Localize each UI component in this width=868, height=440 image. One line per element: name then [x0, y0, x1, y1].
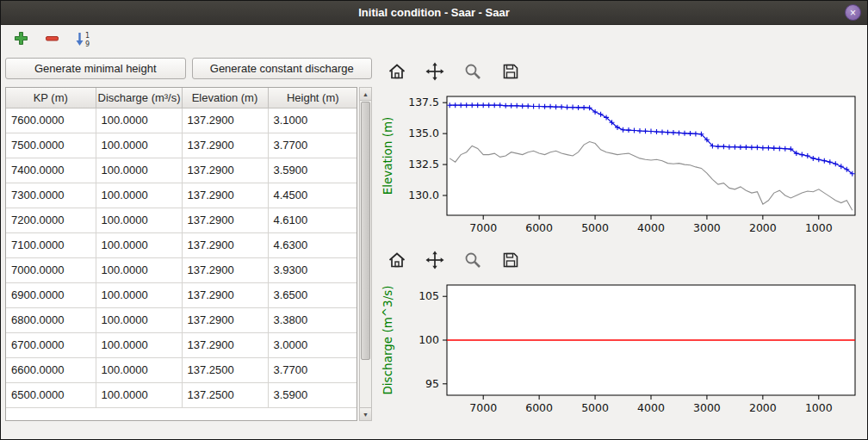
zoom-button[interactable] [462, 62, 483, 83]
remove-row-button[interactable] [40, 28, 63, 51]
zoom-button[interactable] [462, 251, 483, 271]
table-cell[interactable]: 137.2900 [182, 332, 268, 357]
table-cell[interactable]: 137.2500 [182, 382, 268, 407]
table-cell[interactable]: 6800.0000 [6, 307, 96, 332]
table-cell[interactable]: 100.0000 [96, 257, 182, 282]
pan-icon [425, 62, 444, 84]
table-cell[interactable]: 100.0000 [96, 158, 182, 183]
table-cell[interactable]: 3.3800 [268, 307, 357, 332]
table-cell[interactable]: 137.2900 [182, 208, 268, 232]
generate-constant-discharge-button[interactable]: Generate constant discharge [192, 58, 373, 79]
add-row-button[interactable] [9, 28, 32, 51]
table-cell[interactable]: 100.0000 [96, 282, 182, 307]
table-cell[interactable]: 100.0000 [96, 382, 182, 407]
table-cell[interactable]: 100.0000 [96, 357, 182, 382]
scroll-down-arrow-icon[interactable]: ▼ [360, 407, 371, 420]
table-cell[interactable]: 137.2900 [182, 282, 268, 307]
discharge-chart-toolbar [380, 248, 864, 274]
scrollbar-thumb[interactable] [361, 102, 370, 360]
table-cell[interactable]: 3.7700 [268, 133, 357, 158]
scroll-up-arrow-icon[interactable]: ▲ [360, 88, 371, 101]
column-header[interactable]: Discharge (m³/s) [96, 88, 182, 108]
table-cell[interactable]: 137.2900 [182, 108, 268, 133]
table-header-row: KP (m)Discharge (m³/s)Elevation (m)Heigh… [6, 88, 357, 108]
table-cell[interactable]: 3.5900 [268, 382, 357, 407]
titlebar[interactable]: Initial condition - Saar - Saar × [1, 1, 867, 25]
table-vertical-scrollbar[interactable]: ▲ ▼ [359, 87, 372, 421]
window-title: Initial condition - Saar - Saar [358, 6, 510, 19]
y-axis-label: Discharge (m^3/s) [381, 285, 394, 394]
table-cell[interactable]: 4.6300 [268, 232, 357, 257]
table-cell[interactable]: 137.2900 [182, 257, 268, 282]
table-cell[interactable]: 100.0000 [96, 183, 182, 208]
x-tick-label: 5000 [581, 401, 609, 414]
table-cell[interactable]: 6700.0000 [6, 332, 96, 357]
x-tick-label: 7000 [469, 221, 497, 234]
table-cell[interactable]: 137.2500 [182, 357, 268, 382]
x-tick-label: 4000 [637, 221, 665, 234]
magnifier-icon [463, 62, 482, 84]
table-cell[interactable]: 7500.0000 [6, 133, 96, 158]
column-header[interactable]: KP (m) [6, 88, 96, 108]
table-cell[interactable]: 100.0000 [96, 133, 182, 158]
save-button[interactable] [500, 251, 521, 271]
table-cell[interactable]: 3.5900 [268, 158, 357, 183]
y-tick-label: 135.0 [408, 127, 439, 139]
sort-rows-button[interactable]: 1 9 [71, 28, 94, 51]
table-cell[interactable]: 4.4500 [268, 183, 357, 208]
save-button[interactable] [500, 62, 521, 83]
table-cell[interactable]: 3.0000 [268, 332, 357, 357]
plot-area[interactable] [447, 96, 855, 215]
table-cell[interactable]: 7300.0000 [6, 183, 96, 208]
table-cell[interactable]: 7100.0000 [6, 232, 96, 257]
table-cell[interactable]: 137.2900 [182, 133, 268, 158]
table-cell[interactable]: 100.0000 [96, 307, 182, 332]
table-cell[interactable]: 4.6100 [268, 208, 357, 232]
table-cell[interactable]: 3.1000 [268, 108, 357, 133]
table-cell[interactable]: 3.7700 [268, 357, 357, 382]
table-cell[interactable]: 7400.0000 [6, 158, 96, 183]
table-cell[interactable]: 137.2900 [182, 183, 268, 208]
table-cell[interactable]: 137.2900 [182, 232, 268, 257]
home-button[interactable] [387, 62, 407, 83]
x-tick-label: 1000 [805, 401, 833, 414]
table-row: 6500.0000100.0000137.25003.5900 [6, 382, 357, 407]
discharge-chart-canvas[interactable]: 700060005000400030002000100095100105Disc… [380, 276, 864, 425]
main-toolbar: 1 9 [1, 25, 867, 54]
y-tick-label: 130.0 [408, 189, 439, 201]
table-cell[interactable]: 3.6500 [268, 282, 357, 307]
table-area: KP (m)Discharge (m³/s)Elevation (m)Heigh… [5, 87, 372, 421]
table-cell[interactable]: 100.0000 [96, 108, 182, 133]
generate-minimal-height-button[interactable]: Generate minimal height [5, 58, 186, 79]
x-tick-label: 2000 [749, 401, 777, 414]
table-cell[interactable]: 7000.0000 [6, 257, 96, 282]
x-tick-label: 7000 [469, 401, 497, 414]
elevation-chart-canvas[interactable]: 7000600050004000300020001000130.0132.513… [380, 88, 864, 245]
table-row: 7300.0000100.0000137.29004.4500 [6, 183, 357, 208]
table-row: 6600.0000100.0000137.25003.7700 [6, 357, 357, 382]
column-header[interactable]: Elevation (m) [182, 88, 268, 108]
home-button[interactable] [387, 251, 407, 271]
column-header[interactable]: Height (m) [268, 88, 357, 108]
table-cell[interactable]: 100.0000 [96, 232, 182, 257]
table-cell[interactable]: 7600.0000 [6, 108, 96, 133]
close-button[interactable]: × [845, 4, 861, 21]
init-table: KP (m)Discharge (m³/s)Elevation (m)Heigh… [6, 88, 357, 408]
table-cell[interactable]: 137.2900 [182, 158, 268, 183]
table-cell[interactable]: 3.9300 [268, 257, 357, 282]
table-cell[interactable]: 6900.0000 [6, 282, 96, 307]
plus-icon [14, 31, 28, 48]
table-cell[interactable]: 6600.0000 [6, 357, 96, 382]
table-cell[interactable]: 100.0000 [96, 208, 182, 232]
table-body: 7600.0000100.0000137.29003.10007500.0000… [6, 108, 357, 407]
table-cell[interactable]: 7200.0000 [6, 208, 96, 232]
table-row: 7200.0000100.0000137.29004.6100 [6, 208, 357, 232]
pan-button[interactable] [425, 251, 445, 271]
save-icon [501, 251, 520, 272]
table-cell[interactable]: 6500.0000 [6, 382, 96, 407]
table-cell[interactable]: 100.0000 [96, 332, 182, 357]
y-tick-label: 105 [418, 289, 439, 302]
table-cell[interactable]: 137.2900 [182, 307, 268, 332]
pan-button[interactable] [425, 62, 445, 83]
table-row: 7100.0000100.0000137.29004.6300 [6, 232, 357, 257]
